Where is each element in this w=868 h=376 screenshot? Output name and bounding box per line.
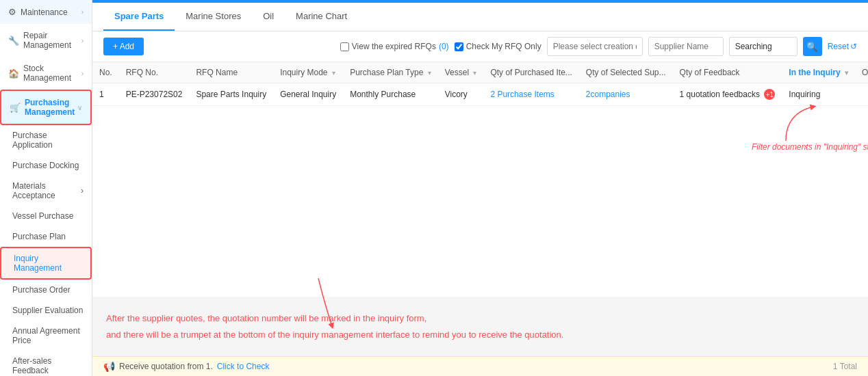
- col-inquiry-mode[interactable]: Inquiry Mode ▾: [273, 62, 343, 83]
- col-qty-purchased: Qty of Purchased Ite...: [483, 62, 578, 83]
- sort-icon: ▾: [473, 69, 476, 77]
- info-text: After the supplier quotes, the quotation…: [92, 297, 868, 356]
- sidebar-sub-item-supplier-evaluation[interactable]: Supplier Evaluation: [0, 300, 92, 321]
- sidebar: ⚙ Maintenance › 🔧 Repair Management › 🏠 …: [0, 0, 92, 376]
- cell-inquiry-mode: General Inquiry: [273, 83, 343, 106]
- chevron-down-icon: ∨: [77, 104, 82, 111]
- sidebar-sub-item-after-sales-feedback[interactable]: After-sales Feedback: [0, 351, 92, 376]
- sidebar-item-label: Repair Management: [23, 31, 81, 50]
- search-button[interactable]: 🔍: [803, 37, 822, 56]
- view-expired-checkbox[interactable]: [340, 42, 349, 51]
- chevron-icon: ›: [81, 186, 84, 196]
- col-in-inquiry[interactable]: In the Inquiry ▾: [782, 62, 855, 83]
- maintenance-icon: ⚙: [8, 7, 16, 17]
- notification-left: 📢 Receive quotation from 1. Click to Che…: [103, 361, 269, 372]
- chevron-icon: ›: [81, 8, 84, 16]
- tab-oil[interactable]: Oil: [252, 3, 285, 31]
- keywords-input[interactable]: [729, 37, 797, 56]
- toolbar: + Add View the expired RFQs (0) Check My…: [92, 31, 868, 62]
- add-button[interactable]: + Add: [103, 38, 144, 55]
- click-to-check-link[interactable]: Click to Check: [217, 362, 270, 371]
- notification-total: 1 Total: [833, 362, 857, 371]
- sort-icon: ▾: [332, 69, 335, 77]
- table-row: 1 PE-P23072S02 Spare Parts Inquiry Gener…: [92, 83, 868, 106]
- sidebar-sub-item-vessel-purchase[interactable]: Vessel Purchase: [0, 206, 92, 226]
- sort-icon: ▾: [428, 69, 431, 77]
- annotation-arrow-svg: [779, 100, 834, 148]
- view-expired-label[interactable]: View the expired RFQs (0): [340, 42, 449, 51]
- sidebar-item-label: Maintenance: [21, 8, 81, 17]
- chevron-icon: ›: [81, 70, 84, 77]
- stock-icon: 🏠: [8, 68, 19, 79]
- cell-operation: [855, 83, 868, 106]
- cell-qty-feedback: 1 quotation feedbacks +1: [673, 83, 782, 106]
- col-vessel[interactable]: Vessel ▾: [438, 62, 484, 83]
- sidebar-item-label: Purchasing Management: [25, 98, 77, 117]
- sidebar-item-repair-management[interactable]: 🔧 Repair Management ›: [0, 24, 92, 57]
- cell-no: 1: [92, 83, 119, 106]
- col-qty-selected: Qty of Selected Sup...: [579, 62, 673, 83]
- col-no: No.: [92, 62, 119, 83]
- col-purchase-plan-type[interactable]: Purchase Plan Type ▾: [343, 62, 438, 83]
- tab-marine-stores[interactable]: Marine Stores: [175, 3, 252, 31]
- sort-icon: ▾: [845, 69, 848, 77]
- cell-vessel: Vicory: [438, 83, 484, 106]
- feedback-badge: +1: [764, 89, 775, 100]
- chevron-icon: ›: [81, 37, 84, 44]
- tab-marine-chart[interactable]: Marine Chart: [285, 3, 358, 31]
- cell-purchase-plan-type: Monthly Purchase: [343, 83, 438, 106]
- col-rfq-name: RFQ Name: [189, 62, 273, 83]
- tab-spare-parts[interactable]: Spare Parts: [103, 3, 175, 31]
- cell-in-inquiry: Inquiring: [782, 83, 855, 106]
- cell-qty-selected[interactable]: 2companies: [579, 83, 673, 106]
- refresh-icon: ↺: [850, 42, 857, 51]
- supplier-filter[interactable]: [648, 37, 724, 56]
- sidebar-sub-item-purchase-plan[interactable]: Purchase Plan: [0, 226, 92, 247]
- sidebar-sub-item-annual-agreement-price[interactable]: Annual Agreement Price: [0, 321, 92, 351]
- sidebar-item-label: Stock Management: [23, 64, 81, 83]
- table-wrapper: No. RFQ No. RFQ Name Inquiry Mode ▾ Purc…: [92, 62, 868, 297]
- toolbar-right: View the expired RFQs (0) Check My RFQ O…: [340, 37, 857, 56]
- sidebar-sub-item-purchase-order[interactable]: Purchase Order: [0, 280, 92, 300]
- cell-qty-purchased[interactable]: 2 Purchase Items: [483, 83, 578, 106]
- col-operation: Operation: [855, 62, 868, 83]
- col-rfq-no: RFQ No.: [119, 62, 190, 83]
- annotation-container: Filter documents in "Inquiring" status.: [779, 100, 834, 150]
- purchasing-icon: 🛒: [10, 103, 21, 113]
- cell-rfq-name: Spare Parts Inquiry: [189, 83, 273, 106]
- sidebar-item-purchasing-management[interactable]: 🛒 Purchasing Management ∨: [0, 90, 92, 125]
- col-qty-feedback: Qty of Feedback: [673, 62, 782, 83]
- notification-bar: 📢 Receive quotation from 1. Click to Che…: [92, 356, 868, 376]
- check-my-rfq-label[interactable]: Check My RFQ Only: [455, 42, 541, 51]
- date-filter[interactable]: [547, 37, 643, 56]
- tab-bar: Spare Parts Marine Stores Oil Marine Cha…: [92, 3, 868, 31]
- sidebar-sub-item-inquiry-management[interactable]: Inquiry Management: [0, 247, 92, 280]
- cell-rfq-no: PE-P23072S02: [119, 83, 190, 106]
- sidebar-sub-item-materials-acceptance[interactable]: Materials Acceptance ›: [0, 176, 92, 206]
- search-icon: 🔍: [806, 42, 818, 52]
- reset-button[interactable]: Reset ↺: [828, 42, 857, 51]
- annotation-text: Filter documents in "Inquiring" status.: [752, 141, 868, 153]
- repair-icon: 🔧: [8, 36, 19, 46]
- sidebar-item-maintenance[interactable]: ⚙ Maintenance ›: [0, 0, 92, 24]
- sidebar-sub-item-purchase-docking[interactable]: Purchase Docking: [0, 155, 92, 176]
- rfq-table: No. RFQ No. RFQ Name Inquiry Mode ▾ Purc…: [92, 62, 868, 106]
- sidebar-sub-item-purchase-application[interactable]: Purchase Application: [0, 125, 92, 155]
- main-content: Spare Parts Marine Stores Oil Marine Cha…: [92, 0, 868, 376]
- check-my-rfq-checkbox[interactable]: [455, 42, 463, 51]
- sidebar-item-stock-management[interactable]: 🏠 Stock Management ›: [0, 57, 92, 90]
- trumpet-icon: 📢: [103, 361, 115, 372]
